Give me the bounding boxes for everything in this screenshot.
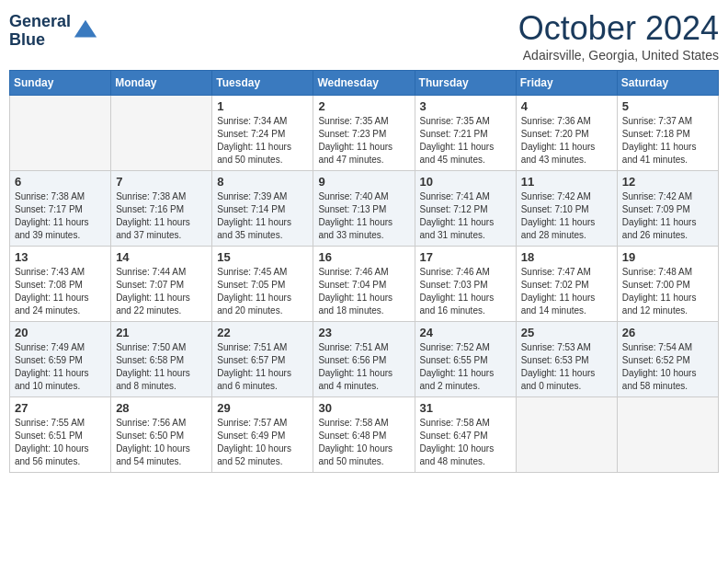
logo-text: General Blue bbox=[9, 13, 71, 50]
day-info: Sunrise: 7:44 AM Sunset: 7:07 PM Dayligh… bbox=[116, 266, 207, 317]
table-row: 4Sunrise: 7:36 AM Sunset: 7:20 PM Daylig… bbox=[516, 96, 617, 171]
header-wednesday: Wednesday bbox=[313, 71, 415, 96]
table-row: 9Sunrise: 7:40 AM Sunset: 7:13 PM Daylig… bbox=[313, 171, 415, 247]
day-number: 11 bbox=[521, 175, 612, 189]
table-row: 26Sunrise: 7:54 AM Sunset: 6:52 PM Dayli… bbox=[617, 322, 718, 397]
day-info: Sunrise: 7:38 AM Sunset: 7:16 PM Dayligh… bbox=[116, 190, 207, 242]
day-number: 25 bbox=[521, 326, 612, 339]
calendar-week-row: 20Sunrise: 7:49 AM Sunset: 6:59 PM Dayli… bbox=[10, 322, 719, 397]
table-row bbox=[516, 397, 617, 473]
day-number: 21 bbox=[116, 326, 207, 339]
table-row: 23Sunrise: 7:51 AM Sunset: 6:56 PM Dayli… bbox=[313, 322, 415, 397]
day-number: 16 bbox=[318, 250, 409, 264]
day-number: 5 bbox=[622, 99, 713, 113]
day-number: 22 bbox=[217, 326, 308, 339]
day-info: Sunrise: 7:37 AM Sunset: 7:18 PM Dayligh… bbox=[622, 115, 713, 167]
calendar: Sunday Monday Tuesday Wednesday Thursday… bbox=[9, 70, 719, 473]
logo-icon bbox=[73, 18, 98, 44]
table-row: 18Sunrise: 7:47 AM Sunset: 7:02 PM Dayli… bbox=[516, 247, 617, 322]
day-info: Sunrise: 7:39 AM Sunset: 7:14 PM Dayligh… bbox=[217, 190, 308, 242]
table-row bbox=[617, 397, 718, 473]
table-row: 6Sunrise: 7:38 AM Sunset: 7:17 PM Daylig… bbox=[10, 171, 111, 247]
title-section: October 2024 Adairsville, Georgia, Unite… bbox=[518, 9, 719, 63]
day-number: 7 bbox=[116, 175, 207, 189]
day-info: Sunrise: 7:58 AM Sunset: 6:47 PM Dayligh… bbox=[420, 417, 511, 468]
day-number: 13 bbox=[15, 250, 106, 264]
day-number: 17 bbox=[420, 250, 511, 264]
table-row: 31Sunrise: 7:58 AM Sunset: 6:47 PM Dayli… bbox=[415, 397, 516, 473]
header-monday: Monday bbox=[111, 71, 212, 96]
day-number: 4 bbox=[521, 99, 612, 113]
table-row bbox=[111, 96, 212, 171]
table-row: 10Sunrise: 7:41 AM Sunset: 7:12 PM Dayli… bbox=[415, 171, 516, 247]
day-info: Sunrise: 7:40 AM Sunset: 7:13 PM Dayligh… bbox=[318, 190, 409, 242]
header-thursday: Thursday bbox=[415, 71, 516, 96]
month-title: October 2024 bbox=[518, 9, 719, 48]
table-row: 27Sunrise: 7:55 AM Sunset: 6:51 PM Dayli… bbox=[10, 397, 111, 473]
day-number: 15 bbox=[217, 250, 308, 264]
day-info: Sunrise: 7:49 AM Sunset: 6:59 PM Dayligh… bbox=[15, 341, 106, 393]
day-info: Sunrise: 7:35 AM Sunset: 7:23 PM Dayligh… bbox=[318, 115, 409, 167]
day-number: 2 bbox=[318, 99, 409, 113]
header-sunday: Sunday bbox=[10, 71, 111, 96]
day-number: 28 bbox=[116, 401, 207, 415]
day-number: 23 bbox=[318, 326, 409, 339]
table-row: 7Sunrise: 7:38 AM Sunset: 7:16 PM Daylig… bbox=[111, 171, 212, 247]
table-row: 14Sunrise: 7:44 AM Sunset: 7:07 PM Dayli… bbox=[111, 247, 212, 322]
day-info: Sunrise: 7:55 AM Sunset: 6:51 PM Dayligh… bbox=[15, 417, 106, 468]
calendar-week-row: 6Sunrise: 7:38 AM Sunset: 7:17 PM Daylig… bbox=[10, 171, 719, 247]
day-info: Sunrise: 7:51 AM Sunset: 6:56 PM Dayligh… bbox=[318, 341, 409, 393]
day-number: 14 bbox=[116, 250, 207, 264]
day-info: Sunrise: 7:34 AM Sunset: 7:24 PM Dayligh… bbox=[217, 115, 308, 167]
day-number: 19 bbox=[622, 250, 713, 264]
header-tuesday: Tuesday bbox=[212, 71, 313, 96]
day-number: 26 bbox=[622, 326, 713, 339]
table-row: 3Sunrise: 7:35 AM Sunset: 7:21 PM Daylig… bbox=[415, 96, 516, 171]
day-info: Sunrise: 7:36 AM Sunset: 7:20 PM Dayligh… bbox=[521, 115, 612, 167]
day-number: 24 bbox=[420, 326, 511, 339]
table-row: 12Sunrise: 7:42 AM Sunset: 7:09 PM Dayli… bbox=[617, 171, 718, 247]
day-info: Sunrise: 7:46 AM Sunset: 7:04 PM Dayligh… bbox=[318, 266, 409, 317]
day-number: 8 bbox=[217, 175, 308, 189]
logo: General Blue bbox=[9, 13, 98, 50]
day-number: 9 bbox=[318, 175, 409, 189]
day-info: Sunrise: 7:35 AM Sunset: 7:21 PM Dayligh… bbox=[420, 115, 511, 167]
table-row: 1Sunrise: 7:34 AM Sunset: 7:24 PM Daylig… bbox=[212, 96, 313, 171]
table-row: 21Sunrise: 7:50 AM Sunset: 6:58 PM Dayli… bbox=[111, 322, 212, 397]
day-info: Sunrise: 7:45 AM Sunset: 7:05 PM Dayligh… bbox=[217, 266, 308, 317]
page-header: General Blue October 2024 Adairsville, G… bbox=[9, 9, 719, 63]
day-info: Sunrise: 7:42 AM Sunset: 7:10 PM Dayligh… bbox=[521, 190, 612, 242]
day-number: 20 bbox=[15, 326, 106, 339]
table-row: 16Sunrise: 7:46 AM Sunset: 7:04 PM Dayli… bbox=[313, 247, 415, 322]
day-info: Sunrise: 7:56 AM Sunset: 6:50 PM Dayligh… bbox=[116, 417, 207, 468]
table-row: 24Sunrise: 7:52 AM Sunset: 6:55 PM Dayli… bbox=[415, 322, 516, 397]
day-number: 3 bbox=[420, 99, 511, 113]
day-number: 29 bbox=[217, 401, 308, 415]
day-info: Sunrise: 7:38 AM Sunset: 7:17 PM Dayligh… bbox=[15, 190, 106, 242]
header-friday: Friday bbox=[516, 71, 617, 96]
day-number: 27 bbox=[15, 401, 106, 415]
day-number: 10 bbox=[420, 175, 511, 189]
table-row: 19Sunrise: 7:48 AM Sunset: 7:00 PM Dayli… bbox=[617, 247, 718, 322]
calendar-week-row: 1Sunrise: 7:34 AM Sunset: 7:24 PM Daylig… bbox=[10, 96, 719, 171]
day-info: Sunrise: 7:47 AM Sunset: 7:02 PM Dayligh… bbox=[521, 266, 612, 317]
day-info: Sunrise: 7:43 AM Sunset: 7:08 PM Dayligh… bbox=[15, 266, 106, 317]
day-info: Sunrise: 7:53 AM Sunset: 6:53 PM Dayligh… bbox=[521, 341, 612, 393]
table-row: 11Sunrise: 7:42 AM Sunset: 7:10 PM Dayli… bbox=[516, 171, 617, 247]
day-info: Sunrise: 7:46 AM Sunset: 7:03 PM Dayligh… bbox=[420, 266, 511, 317]
table-row: 5Sunrise: 7:37 AM Sunset: 7:18 PM Daylig… bbox=[617, 96, 718, 171]
day-info: Sunrise: 7:52 AM Sunset: 6:55 PM Dayligh… bbox=[420, 341, 511, 393]
table-row: 8Sunrise: 7:39 AM Sunset: 7:14 PM Daylig… bbox=[212, 171, 313, 247]
day-info: Sunrise: 7:41 AM Sunset: 7:12 PM Dayligh… bbox=[420, 190, 511, 242]
calendar-week-row: 13Sunrise: 7:43 AM Sunset: 7:08 PM Dayli… bbox=[10, 247, 719, 322]
day-number: 31 bbox=[420, 401, 511, 415]
day-info: Sunrise: 7:51 AM Sunset: 6:57 PM Dayligh… bbox=[217, 341, 308, 393]
location: Adairsville, Georgia, United States bbox=[518, 48, 719, 63]
day-info: Sunrise: 7:42 AM Sunset: 7:09 PM Dayligh… bbox=[622, 190, 713, 242]
day-number: 30 bbox=[318, 401, 409, 415]
table-row: 15Sunrise: 7:45 AM Sunset: 7:05 PM Dayli… bbox=[212, 247, 313, 322]
table-row: 22Sunrise: 7:51 AM Sunset: 6:57 PM Dayli… bbox=[212, 322, 313, 397]
table-row: 20Sunrise: 7:49 AM Sunset: 6:59 PM Dayli… bbox=[10, 322, 111, 397]
day-info: Sunrise: 7:50 AM Sunset: 6:58 PM Dayligh… bbox=[116, 341, 207, 393]
header-saturday: Saturday bbox=[617, 71, 718, 96]
